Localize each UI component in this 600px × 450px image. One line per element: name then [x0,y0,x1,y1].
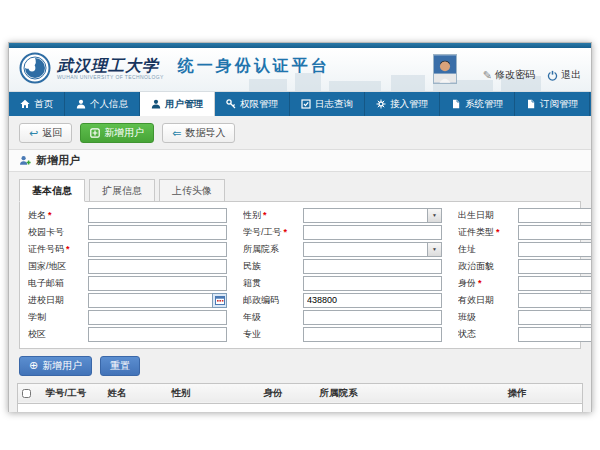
class-input[interactable] [518,310,591,325]
person-plus-icon [19,155,31,167]
add-user-icon [90,128,100,138]
birth-date-input[interactable] [518,208,591,223]
field-label: 学制 [28,312,46,322]
gender-dropdown-button[interactable]: ▼ [427,208,442,223]
form-field-name: 姓名* [28,208,227,223]
major-input[interactable] [303,327,442,342]
form-field-campus: 校区 [28,327,227,342]
user-avatar[interactable] [433,54,457,84]
caret-down-icon: ▼ [432,246,437,252]
required-asterisk: * [284,227,288,237]
nav-item-personal-info[interactable]: 个人信息 [65,92,140,116]
nav-item-home[interactable]: 首页 [9,92,65,116]
university-name: 武汉理工大学 [57,57,164,74]
department-dropdown-button[interactable]: ▼ [427,242,442,257]
field-label: 民族 [243,261,261,271]
schooling-length-input[interactable] [88,310,227,325]
postal-code-input[interactable] [303,293,442,308]
enroll-date-input[interactable] [88,293,213,308]
field-label: 证件号码 [28,244,64,254]
field-label: 出生日期 [458,210,494,220]
users-icon [151,99,161,109]
email-input[interactable] [88,276,227,291]
doc-icon [526,99,536,109]
nav-item-system-management[interactable]: 系统管理 [440,92,515,116]
tab-upload-avatar[interactable]: 上传头像 [159,179,225,202]
campus-input[interactable] [88,327,227,342]
change-password-link[interactable]: ✎ 修改密码 [483,68,535,82]
power-icon [547,70,558,81]
data-import-label: 数据导入 [185,126,225,140]
name-input[interactable] [88,208,227,223]
key-icon [226,99,236,109]
status-input[interactable] [518,327,591,342]
department-select[interactable] [303,242,428,257]
id-type-input[interactable] [518,225,591,240]
university-name-en: WUHAN UNIVERSITY OF TECHNOLOGY [57,74,164,80]
nav-label: 首页 [34,98,53,111]
tab-extended-info[interactable]: 扩展信息 [89,179,155,202]
nav-label: 日志查询 [315,98,353,111]
form-tabs: 基本信息 扩展信息 上传头像 [19,179,581,202]
logout-label: 退出 [561,68,581,82]
gender-select[interactable] [303,208,428,223]
required-asterisk: * [66,244,70,254]
required-asterisk: * [48,210,52,220]
form-field-grade: 年级 [243,310,442,325]
form-field-country: 国家/地区 [28,259,227,274]
native-place-input[interactable] [303,276,442,291]
grade-input[interactable] [303,310,442,325]
data-import-button[interactable]: ⇐ 数据导入 [162,123,235,143]
id-number-input[interactable] [88,242,227,257]
select-all-checkbox[interactable] [22,389,31,398]
student-id-input[interactable] [303,225,442,240]
plus-circle-icon: ⊕ [29,360,38,371]
section-header: 新增用户 [9,149,591,172]
back-button[interactable]: ↩ 返回 [19,123,72,143]
form-field-id-number: 证件号码* [28,242,227,257]
change-password-label: 修改密码 [495,68,535,82]
reset-button[interactable]: 重置 [100,356,140,376]
university-logo [19,52,51,84]
required-asterisk: * [496,227,500,237]
import-arrow-icon: ⇐ [172,127,181,140]
campus-card-input[interactable] [88,225,227,240]
enroll-date-calendar-button[interactable] [212,293,227,308]
identity-input[interactable] [518,276,591,291]
field-label: 政治面貌 [458,261,494,271]
col-name: 姓名 [104,383,168,403]
col-student-id: 学号/工号 [42,383,104,403]
app-window: 武汉理工大学 WUHAN UNIVERSITY OF TECHNOLOGY 统一… [8,42,592,412]
field-label: 邮政编码 [243,295,279,305]
form-field-ethnicity: 民族 [243,259,442,274]
nav-item-user-management[interactable]: 用户管理 [140,92,215,116]
political-status-input[interactable] [518,259,591,274]
tab-basic-info[interactable]: 基本信息 [19,179,85,202]
submit-add-user-button[interactable]: ⊕ 新增用户 [19,356,92,376]
toolbar: ↩ 返回 新增用户 ⇐ 数据导入 [19,123,581,143]
submit-label: 新增用户 [42,359,82,373]
field-label: 有效日期 [458,295,494,305]
country-input[interactable] [88,259,227,274]
nav-item-subscription-management[interactable]: 订阅管理 [515,92,590,116]
field-label: 班级 [458,312,476,322]
main-nav: 首页 个人信息 用户管理 权限管理 日志查询 接入管理 系统管理 订阅管理 [9,92,591,116]
col-identity: 身份 [260,383,316,403]
valid-date-input[interactable] [518,293,591,308]
nav-item-access-management[interactable]: 接入管理 [365,92,440,116]
add-user-toolbar-button[interactable]: 新增用户 [80,123,154,143]
required-asterisk: * [263,210,267,220]
pencil-icon: ✎ [483,69,492,82]
field-label: 电子邮箱 [28,278,64,288]
field-label: 证件类型 [458,227,494,237]
calendar-icon [215,295,225,305]
nav-item-log-query[interactable]: 日志查询 [290,92,365,116]
address-input[interactable] [518,242,591,257]
nav-label: 用户管理 [165,98,203,111]
ethnicity-input[interactable] [303,259,442,274]
field-label: 性别 [243,210,261,220]
nav-item-permission-management[interactable]: 权限管理 [215,92,290,116]
logout-link[interactable]: 退出 [547,68,581,82]
log-icon [301,99,311,109]
home-icon [20,99,30,109]
